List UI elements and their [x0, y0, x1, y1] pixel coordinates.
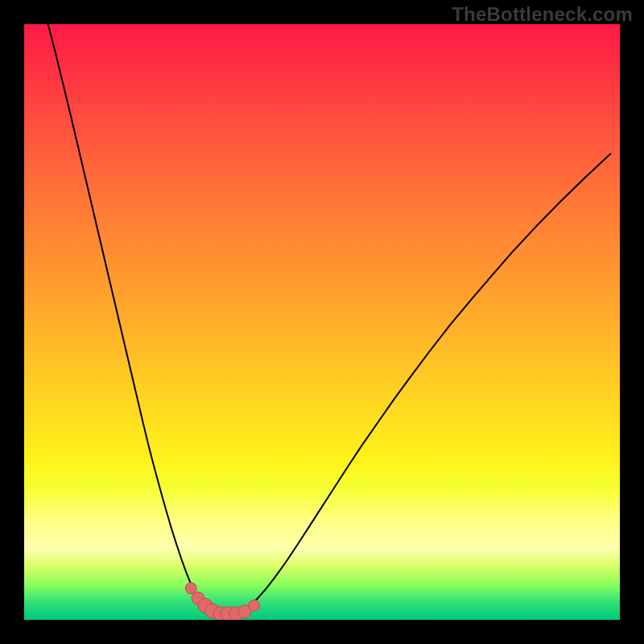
plot-gradient-area	[24, 24, 620, 620]
bottleneck-curve	[48, 24, 611, 617]
marker-dot	[249, 600, 260, 611]
chart-frame: TheBottleneck.com	[0, 0, 644, 644]
curve-layer	[24, 24, 620, 620]
marker-dot	[185, 583, 196, 594]
brand-watermark: TheBottleneck.com	[452, 3, 633, 26]
